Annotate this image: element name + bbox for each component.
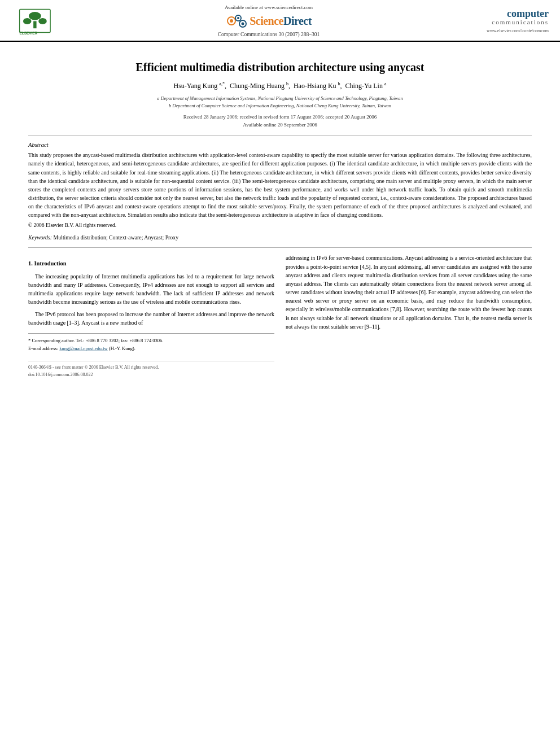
keywords-text: Keywords: Multimedia distribution; Conte…: [28, 234, 178, 241]
available-online-text: Available online at www.sciencedirect.co…: [73, 5, 464, 10]
svg-point-2: [23, 18, 31, 24]
header: ELSEVIER Available online at www.science…: [0, 0, 560, 42]
affiliations: a Department of Management Information S…: [28, 95, 532, 110]
svg-point-9: [237, 17, 239, 19]
svg-point-1: [28, 12, 41, 20]
intro-para1: The increasing popularity of Internet mu…: [28, 272, 274, 307]
author-super-b2: b: [338, 81, 340, 86]
available-line: Available online 20 September 2006: [28, 121, 532, 129]
cc-title: computer: [464, 8, 549, 19]
abstract-label: Abstract: [28, 142, 532, 148]
left-column: 1. Introduction The increasing popularit…: [28, 254, 274, 378]
keywords-label: Keywords:: [28, 234, 54, 241]
www-link: www.elsevier.com/locate/comcom: [464, 28, 549, 33]
abstract-text: This study proposes the anycast-based mu…: [28, 151, 532, 219]
doi-line: doi:10.1016/j.comcom.2006.08.022: [28, 372, 274, 379]
footnote-email-line: E-mail address: kung@mail.npust.edu.tw (…: [28, 345, 274, 352]
abstract-section: Abstract This study proposes the anycast…: [28, 142, 532, 228]
affil-a: a Department of Management Information S…: [28, 95, 532, 102]
title-divider: [28, 136, 532, 136]
intro-para2: The IPv6 protocol has been proposed to i…: [28, 310, 274, 327]
keywords-section: Keywords: Multimedia distribution; Conte…: [28, 234, 532, 242]
elsevier-logo-area: ELSEVIER: [11, 7, 73, 35]
authors-line: Hsu-Yang Kung a,*, Chung-Ming Huang b, H…: [28, 81, 532, 90]
svg-point-3: [38, 18, 47, 24]
header-center: Available online at www.sciencedirect.co…: [73, 5, 464, 37]
footnote-corresponding: * Corresponding author. Tel.: +886 8 770…: [28, 337, 274, 344]
affil-b: b Department of Computer Science and Inf…: [28, 102, 532, 110]
journal-name: Computer Communications 30 (2007) 288–30…: [73, 32, 464, 37]
page: ELSEVIER Available online at www.science…: [0, 0, 560, 747]
header-right: computer communications www.elsevier.com…: [464, 8, 549, 33]
issn-line: 0140-3664/$ - see front matter © 2006 El…: [28, 364, 274, 372]
svg-text:ELSEVIER: ELSEVIER: [19, 31, 37, 35]
main-title: Efficient multimedia distribution archit…: [28, 60, 532, 75]
footnote-email-person: (H.-Y. Kung).: [109, 346, 135, 351]
footnote-email-link[interactable]: kung@mail.npust.edu.tw: [59, 346, 108, 351]
body-divider: [28, 247, 532, 248]
footnote-area: * Corresponding author. Tel.: +886 8 770…: [28, 333, 274, 353]
right-column: addressing in IPv6 for server-based comm…: [286, 254, 532, 378]
main-content: Efficient multimedia distribution archit…: [0, 42, 560, 390]
copyright: © 2006 Elsevier B.V. All rights reserved…: [28, 222, 532, 228]
cc-subtitle: communications: [464, 19, 549, 26]
sd-icon: [226, 12, 247, 29]
right-para1: addressing in IPv6 for server-based comm…: [286, 254, 532, 331]
sciencedirect-logo: ScienceDirect: [73, 12, 464, 29]
intro-heading: 1. Introduction: [28, 259, 274, 268]
svg-point-11: [242, 23, 244, 25]
author-super-a2: a: [384, 81, 387, 86]
title-section: Efficient multimedia distribution archit…: [28, 60, 532, 129]
author-super-a: a,*: [219, 81, 225, 86]
svg-point-7: [230, 19, 233, 23]
elsevier-logo: ELSEVIER: [16, 7, 69, 35]
footnote-email-label: E-mail address:: [28, 346, 58, 351]
two-column-body: 1. Introduction The increasing popularit…: [28, 254, 532, 378]
author-super-b1: b: [286, 81, 288, 86]
keywords-value: Multimedia distribution; Context-aware; …: [54, 234, 179, 241]
sciencedirect-text: ScienceDirect: [250, 15, 312, 28]
computer-comms-logo: computer communications: [464, 8, 549, 26]
received-dates: Received 28 January 2006; received in re…: [28, 113, 532, 129]
svg-rect-4: [33, 21, 36, 28]
bottom-bar: 0140-3664/$ - see front matter © 2006 El…: [28, 361, 274, 379]
received-line: Received 28 January 2006; received in re…: [28, 113, 532, 121]
